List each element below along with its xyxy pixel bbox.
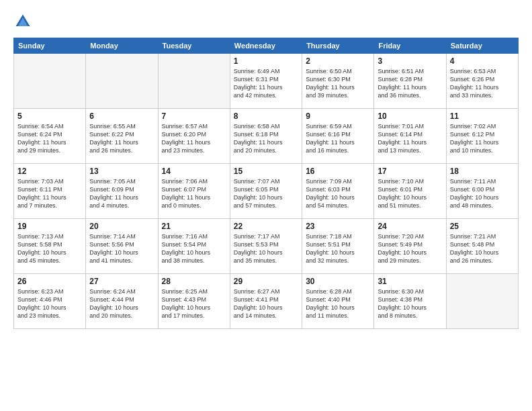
day-cell: 14Sunrise: 7:06 AM Sunset: 6:07 PM Dayli… <box>158 164 230 219</box>
day-cell: 29Sunrise: 6:27 AM Sunset: 4:41 PM Dayli… <box>230 274 302 329</box>
day-cell: 21Sunrise: 7:16 AM Sunset: 5:54 PM Dayli… <box>158 219 230 274</box>
day-number: 6 <box>89 111 154 121</box>
day-info: Sunrise: 7:07 AM Sunset: 6:05 PM Dayligh… <box>234 177 298 210</box>
weekday-header-friday: Friday <box>374 38 446 54</box>
day-info: Sunrise: 6:59 AM Sunset: 6:16 PM Dayligh… <box>306 122 370 155</box>
day-number: 5 <box>17 111 82 121</box>
calendar: SundayMondayTuesdayWednesdayThursdayFrid… <box>13 38 519 329</box>
day-number: 10 <box>378 111 442 121</box>
day-info: Sunrise: 6:23 AM Sunset: 4:46 PM Dayligh… <box>17 287 82 320</box>
day-cell: 17Sunrise: 7:10 AM Sunset: 6:01 PM Dayli… <box>374 164 446 219</box>
day-info: Sunrise: 6:28 AM Sunset: 4:40 PM Dayligh… <box>306 287 370 320</box>
day-info: Sunrise: 6:51 AM Sunset: 6:28 PM Dayligh… <box>378 67 442 100</box>
day-cell: 20Sunrise: 7:14 AM Sunset: 5:56 PM Dayli… <box>86 219 158 274</box>
day-number: 31 <box>378 277 442 286</box>
day-cell <box>446 274 518 329</box>
day-number: 17 <box>378 167 442 176</box>
day-cell: 15Sunrise: 7:07 AM Sunset: 6:05 PM Dayli… <box>230 164 302 219</box>
day-info: Sunrise: 7:06 AM Sunset: 6:07 PM Dayligh… <box>162 177 226 210</box>
day-info: Sunrise: 7:17 AM Sunset: 5:53 PM Dayligh… <box>234 232 298 265</box>
day-cell: 12Sunrise: 7:03 AM Sunset: 6:11 PM Dayli… <box>14 164 86 219</box>
day-cell: 19Sunrise: 7:13 AM Sunset: 5:58 PM Dayli… <box>14 219 86 274</box>
week-row-3: 12Sunrise: 7:03 AM Sunset: 6:11 PM Dayli… <box>14 164 519 219</box>
day-number: 27 <box>89 277 154 286</box>
weekday-header-sunday: Sunday <box>14 38 86 54</box>
day-cell <box>158 54 230 109</box>
day-number: 26 <box>17 277 82 286</box>
day-info: Sunrise: 7:05 AM Sunset: 6:09 PM Dayligh… <box>89 177 154 210</box>
day-info: Sunrise: 7:09 AM Sunset: 6:03 PM Dayligh… <box>306 177 370 210</box>
day-number: 30 <box>306 277 370 286</box>
day-cell: 8Sunrise: 6:58 AM Sunset: 6:18 PM Daylig… <box>230 109 302 164</box>
day-info: Sunrise: 6:58 AM Sunset: 6:18 PM Dayligh… <box>234 122 298 155</box>
day-info: Sunrise: 7:13 AM Sunset: 5:58 PM Dayligh… <box>17 232 82 265</box>
day-cell: 27Sunrise: 6:24 AM Sunset: 4:44 PM Dayli… <box>86 274 158 329</box>
day-cell: 11Sunrise: 7:02 AM Sunset: 6:12 PM Dayli… <box>446 109 518 164</box>
day-number: 1 <box>234 56 298 66</box>
day-info: Sunrise: 6:57 AM Sunset: 6:20 PM Dayligh… <box>162 122 226 155</box>
day-cell: 6Sunrise: 6:55 AM Sunset: 6:22 PM Daylig… <box>86 109 158 164</box>
week-row-4: 19Sunrise: 7:13 AM Sunset: 5:58 PM Dayli… <box>14 219 519 274</box>
day-cell: 5Sunrise: 6:54 AM Sunset: 6:24 PM Daylig… <box>14 109 86 164</box>
day-number: 4 <box>450 56 515 66</box>
weekday-header-saturday: Saturday <box>446 38 518 54</box>
header <box>13 12 519 31</box>
day-info: Sunrise: 7:16 AM Sunset: 5:54 PM Dayligh… <box>162 232 226 265</box>
day-number: 13 <box>89 167 154 176</box>
page: SundayMondayTuesdayWednesdayThursdayFrid… <box>0 0 532 411</box>
day-cell <box>86 54 158 109</box>
day-cell <box>14 54 86 109</box>
day-info: Sunrise: 6:25 AM Sunset: 4:43 PM Dayligh… <box>162 287 226 320</box>
day-cell: 7Sunrise: 6:57 AM Sunset: 6:20 PM Daylig… <box>158 109 230 164</box>
weekday-header-thursday: Thursday <box>302 38 374 54</box>
weekday-header-wednesday: Wednesday <box>230 38 302 54</box>
day-cell: 2Sunrise: 6:50 AM Sunset: 6:30 PM Daylig… <box>302 54 374 109</box>
day-info: Sunrise: 6:55 AM Sunset: 6:22 PM Dayligh… <box>89 122 154 155</box>
day-info: Sunrise: 7:10 AM Sunset: 6:01 PM Dayligh… <box>378 177 442 210</box>
day-info: Sunrise: 6:24 AM Sunset: 4:44 PM Dayligh… <box>89 287 154 320</box>
day-number: 9 <box>306 111 370 121</box>
day-info: Sunrise: 7:18 AM Sunset: 5:51 PM Dayligh… <box>306 232 370 265</box>
day-info: Sunrise: 7:21 AM Sunset: 5:48 PM Dayligh… <box>450 232 515 265</box>
day-info: Sunrise: 6:54 AM Sunset: 6:24 PM Dayligh… <box>17 122 82 155</box>
day-info: Sunrise: 7:11 AM Sunset: 6:00 PM Dayligh… <box>450 177 515 210</box>
day-number: 24 <box>378 222 442 231</box>
day-info: Sunrise: 7:03 AM Sunset: 6:11 PM Dayligh… <box>17 177 82 210</box>
day-number: 12 <box>17 167 82 176</box>
day-cell: 25Sunrise: 7:21 AM Sunset: 5:48 PM Dayli… <box>446 219 518 274</box>
day-info: Sunrise: 6:53 AM Sunset: 6:26 PM Dayligh… <box>450 67 515 100</box>
day-cell: 18Sunrise: 7:11 AM Sunset: 6:00 PM Dayli… <box>446 164 518 219</box>
day-info: Sunrise: 6:27 AM Sunset: 4:41 PM Dayligh… <box>234 287 298 320</box>
day-cell: 4Sunrise: 6:53 AM Sunset: 6:26 PM Daylig… <box>446 54 518 109</box>
day-number: 8 <box>234 111 298 121</box>
day-number: 2 <box>306 56 370 66</box>
day-number: 29 <box>234 277 298 286</box>
day-number: 25 <box>450 222 515 231</box>
day-cell: 13Sunrise: 7:05 AM Sunset: 6:09 PM Dayli… <box>86 164 158 219</box>
logo <box>13 12 35 31</box>
day-cell: 28Sunrise: 6:25 AM Sunset: 4:43 PM Dayli… <box>158 274 230 329</box>
week-row-1: 1Sunrise: 6:49 AM Sunset: 6:31 PM Daylig… <box>14 54 519 109</box>
day-cell: 31Sunrise: 6:30 AM Sunset: 4:38 PM Dayli… <box>374 274 446 329</box>
day-number: 23 <box>306 222 370 231</box>
day-cell: 3Sunrise: 6:51 AM Sunset: 6:28 PM Daylig… <box>374 54 446 109</box>
day-info: Sunrise: 7:14 AM Sunset: 5:56 PM Dayligh… <box>89 232 154 265</box>
day-info: Sunrise: 7:02 AM Sunset: 6:12 PM Dayligh… <box>450 122 515 155</box>
day-number: 16 <box>306 167 370 176</box>
day-cell: 30Sunrise: 6:28 AM Sunset: 4:40 PM Dayli… <box>302 274 374 329</box>
day-number: 21 <box>162 222 226 231</box>
day-number: 14 <box>162 167 226 176</box>
day-number: 19 <box>17 222 82 231</box>
day-info: Sunrise: 6:49 AM Sunset: 6:31 PM Dayligh… <box>234 67 298 100</box>
weekday-header-row: SundayMondayTuesdayWednesdayThursdayFrid… <box>14 38 519 54</box>
day-cell: 1Sunrise: 6:49 AM Sunset: 6:31 PM Daylig… <box>230 54 302 109</box>
day-cell: 9Sunrise: 6:59 AM Sunset: 6:16 PM Daylig… <box>302 109 374 164</box>
day-cell: 26Sunrise: 6:23 AM Sunset: 4:46 PM Dayli… <box>14 274 86 329</box>
day-number: 3 <box>378 56 442 66</box>
day-number: 15 <box>234 167 298 176</box>
weekday-header-monday: Monday <box>86 38 158 54</box>
day-number: 22 <box>234 222 298 231</box>
day-number: 7 <box>162 111 226 121</box>
day-cell: 23Sunrise: 7:18 AM Sunset: 5:51 PM Dayli… <box>302 219 374 274</box>
day-info: Sunrise: 6:30 AM Sunset: 4:38 PM Dayligh… <box>378 287 442 320</box>
